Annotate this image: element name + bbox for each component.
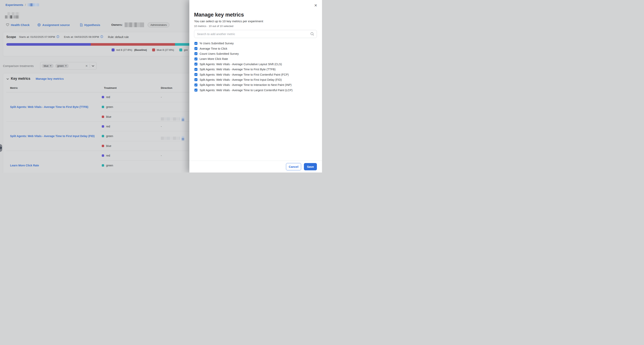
metric-checkbox[interactable] bbox=[194, 84, 198, 87]
metric-label: Count Users Submitted Survey bbox=[200, 52, 239, 55]
panel-subtitle: You can select up to 10 key metrics per … bbox=[194, 20, 263, 23]
metric-label: Split Agents: Web Vitals - Average Time … bbox=[200, 89, 292, 92]
owners-value-redacted bbox=[124, 23, 144, 27]
metric-label: Split Agents: Web Vitals - Average Time … bbox=[200, 78, 282, 81]
cancel-button[interactable]: Cancel bbox=[286, 163, 301, 170]
legend-label: gre bbox=[184, 49, 188, 51]
metric-list-item: % Users Submitted Survey bbox=[194, 41, 318, 46]
comparison-treatments-select[interactable]: blue ✕ green ✕ ✕ bbox=[40, 62, 96, 70]
treatment-color-dot bbox=[102, 135, 104, 137]
legend-item: gre bbox=[179, 49, 188, 51]
treatment-color-dot bbox=[102, 96, 104, 98]
metric-checkbox[interactable] bbox=[194, 63, 198, 66]
close-icon[interactable]: ✕ bbox=[314, 4, 317, 7]
chevron-down-icon[interactable] bbox=[92, 65, 94, 67]
treatment-color-dot bbox=[102, 154, 104, 157]
remove-chip-icon[interactable]: ✕ bbox=[50, 65, 52, 67]
direction-dash: - bbox=[161, 125, 162, 128]
metric-list-item: Learn More Click Rate bbox=[194, 56, 318, 62]
metric-list-item: Split Agents: Web Vitals - Average Time … bbox=[194, 72, 318, 77]
collapse-chevron-icon[interactable] bbox=[6, 77, 9, 81]
treatment-name: green bbox=[106, 164, 113, 167]
scope-rule: Rule: default rule bbox=[108, 36, 129, 39]
info-icon[interactable] bbox=[100, 35, 103, 39]
comparison-treatments-row: Comparison treatments blue ✕ green ✕ ✕ bbox=[3, 62, 96, 70]
hypothesis-link[interactable]: Hypothesis bbox=[80, 23, 100, 27]
hypothesis-label: Hypothesis bbox=[84, 23, 100, 27]
metric-checkbox[interactable] bbox=[194, 89, 198, 92]
treatment-name: blue bbox=[106, 144, 111, 148]
treatment-name: blue bbox=[106, 115, 111, 118]
metric-list-item: Count Users Submitted Survey bbox=[194, 51, 318, 56]
column-header-treatment: Treatment bbox=[104, 87, 117, 89]
panel-title: Manage key metrics bbox=[194, 12, 244, 18]
manage-key-metrics-link[interactable]: Manage key metrics bbox=[36, 77, 64, 80]
direction-dash: - bbox=[161, 154, 162, 157]
panel-footer: Cancel Save bbox=[189, 161, 322, 173]
legend-swatch bbox=[179, 49, 182, 51]
metric-checkbox[interactable] bbox=[194, 47, 198, 50]
treatment-name: red bbox=[106, 96, 110, 99]
direction-value: - bbox=[161, 125, 162, 128]
metric-name-link[interactable]: Learn More Click Rate bbox=[10, 164, 97, 167]
direction-value: - bbox=[161, 95, 162, 99]
treatment-chip-label: green bbox=[57, 64, 64, 67]
manage-key-metrics-panel: ✕ Manage key metrics You can select up t… bbox=[189, 0, 322, 173]
metric-label: Split Agents: Web Vitals - Average Time … bbox=[200, 73, 289, 76]
metric-checkbox-list: % Users Submitted Survey Average Time to… bbox=[194, 41, 318, 93]
treatment-color-dot bbox=[102, 106, 104, 108]
treatment-chip[interactable]: blue ✕ bbox=[42, 64, 54, 68]
health-check-link[interactable]: Health Check bbox=[6, 23, 30, 27]
metric-search bbox=[194, 30, 317, 38]
metric-checkbox[interactable] bbox=[194, 78, 198, 81]
breadcrumb-experiments-link[interactable]: Experiments bbox=[6, 3, 23, 7]
administrators-badge: Administrators bbox=[148, 23, 170, 27]
metric-checkbox[interactable] bbox=[194, 58, 198, 61]
treatment-chip-label: blue bbox=[44, 64, 48, 67]
metric-list-item: Split Agents: Web Vitals - Average Cumul… bbox=[194, 62, 318, 67]
metric-search-input[interactable] bbox=[194, 30, 317, 38]
allocation-legend: red 8 (27.6%) (Baseline) blue 8 (27.6%) … bbox=[112, 49, 188, 51]
treatment-name: red bbox=[106, 154, 110, 157]
treatment-name: red bbox=[106, 125, 110, 128]
metric-list-item: Split Agents: Web Vitals - Average Time … bbox=[194, 82, 318, 87]
owners-label: Owners: bbox=[111, 23, 122, 26]
treatment-name: green bbox=[106, 105, 113, 109]
scope-ends: Ends at: 04/03/2025 08:00PM bbox=[64, 35, 103, 39]
scope-starts: Starts at: 01/02/2025 07:00PM bbox=[19, 35, 59, 39]
metric-list-item: Split Agents: Web Vitals - Average Time … bbox=[194, 88, 318, 93]
select-divider bbox=[90, 64, 90, 68]
direction-dash: - bbox=[161, 96, 162, 99]
experiment-meta-row: Health Check Assignment source Hypothesi… bbox=[6, 22, 170, 28]
breadcrumb: Experiments / bbox=[6, 3, 39, 7]
health-check-label: Health Check bbox=[11, 23, 30, 27]
metric-checkbox[interactable] bbox=[194, 52, 198, 55]
treatment-color-dot bbox=[102, 116, 104, 118]
assignment-source-label: Assignment source bbox=[42, 23, 70, 27]
metric-list-item: Average Time to Click bbox=[194, 46, 318, 51]
legend-swatch bbox=[152, 49, 155, 51]
metric-label: Learn More Click Rate bbox=[200, 57, 228, 61]
assignment-source-link[interactable]: Assignment source bbox=[38, 23, 70, 27]
breadcrumb-separator: / bbox=[25, 3, 26, 7]
metric-checkbox[interactable] bbox=[194, 68, 198, 71]
metric-checkbox[interactable] bbox=[194, 42, 198, 45]
save-button[interactable]: Save bbox=[304, 163, 317, 170]
clear-selection-icon[interactable]: ✕ bbox=[85, 64, 88, 68]
metric-checkbox[interactable] bbox=[194, 73, 198, 76]
search-icon bbox=[310, 32, 314, 37]
info-icon[interactable] bbox=[56, 35, 59, 39]
metric-label: % Users Submitted Survey bbox=[200, 42, 234, 45]
metric-name-link[interactable]: Split Agents: Web Vitals - Average Time … bbox=[10, 105, 97, 109]
expand-sidebar-handle[interactable] bbox=[0, 144, 2, 152]
metric-name-link[interactable]: Split Agents: Web Vitals - Average Time … bbox=[10, 135, 97, 138]
experiment-title-redacted bbox=[5, 12, 22, 19]
scope-title: Scope bbox=[6, 35, 16, 39]
metric-list-item: Split Agents: Web Vitals - Average Time … bbox=[194, 77, 318, 82]
allocation-segment-red bbox=[6, 43, 91, 46]
breadcrumb-current-redacted bbox=[28, 3, 39, 6]
remove-chip-icon[interactable]: ✕ bbox=[65, 65, 67, 67]
allocation-segment-blue bbox=[91, 43, 175, 46]
treatment-chip[interactable]: green ✕ bbox=[55, 64, 69, 68]
column-header-direction: Direction bbox=[161, 87, 172, 89]
